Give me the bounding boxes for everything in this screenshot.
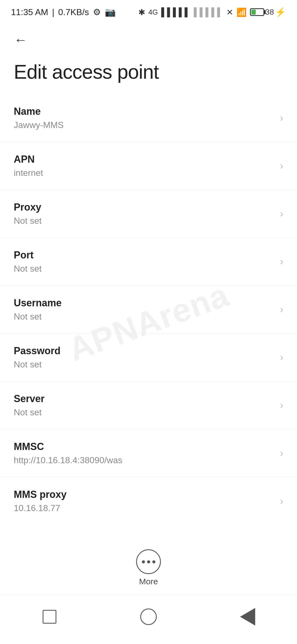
settings-item-name-content: Name Jawwy-MMS: [14, 106, 64, 130]
settings-item-username[interactable]: Username Not set ›: [0, 286, 297, 334]
charging-icon: ⚡: [275, 7, 286, 17]
chevron-icon-proxy: ›: [280, 208, 283, 220]
page-title: Edit access point: [0, 55, 297, 94]
settings-item-server-content: Server Not set: [14, 393, 45, 417]
home-icon: [140, 608, 157, 625]
toolbar: ←: [0, 22, 297, 55]
back-icon: [240, 608, 255, 626]
battery-percent: 38: [265, 8, 274, 17]
battery-fill: [251, 10, 256, 15]
settings-item-apn[interactable]: APN internet ›: [0, 142, 297, 190]
more-label: More: [139, 577, 158, 586]
settings-label-mms-proxy: MMS proxy: [14, 489, 67, 500]
bluetooth-icon: ✱: [138, 7, 145, 17]
settings-label-name: Name: [14, 106, 64, 117]
settings-item-apn-content: APN internet: [14, 154, 43, 178]
chevron-icon-password: ›: [280, 352, 283, 363]
network-speed: 0.7KB/s: [58, 7, 89, 17]
settings-item-mms-proxy[interactable]: MMS proxy 10.16.18.77 ›: [0, 477, 297, 525]
settings-value-apn: internet: [14, 168, 43, 178]
settings-label-password: Password: [14, 345, 61, 357]
settings-value-name: Jawwy-MMS: [14, 120, 64, 130]
signal-bars-icon: ▌▌▌▌▌: [161, 7, 190, 17]
more-button[interactable]: More: [136, 549, 161, 586]
back-button[interactable]: ←: [11, 30, 30, 50]
settings-value-port: Not set: [14, 264, 42, 274]
status-bar: 11:35 AM | 0.7KB/s ⚙ 📷 ✱ 4G ▌▌▌▌▌ ▌▌▌▌▌ …: [0, 0, 297, 22]
settings-item-name[interactable]: Name Jawwy-MMS ›: [0, 94, 297, 142]
chevron-icon-name: ›: [280, 112, 283, 124]
settings-item-username-content: Username Not set: [14, 297, 62, 322]
chevron-icon-apn: ›: [280, 160, 283, 172]
settings-item-port-content: Port Not set: [14, 249, 42, 274]
battery-icon: [250, 8, 264, 16]
chevron-icon-mmsc: ›: [280, 447, 283, 459]
more-circle-icon: [136, 549, 161, 574]
signal-4g-icon: 4G: [148, 8, 158, 17]
settings-item-password[interactable]: Password Not set ›: [0, 334, 297, 381]
settings-value-proxy: Not set: [14, 216, 42, 226]
recents-icon: [43, 610, 56, 624]
separator: |: [52, 7, 54, 17]
battery-indicator: 38 ⚡: [250, 7, 286, 17]
chevron-icon-server: ›: [280, 400, 283, 411]
chevron-icon-username: ›: [280, 304, 283, 315]
settings-icon: ⚙: [93, 7, 101, 17]
status-right: ✱ 4G ▌▌▌▌▌ ▌▌▌▌▌ ✕ 📶 38 ⚡: [138, 7, 286, 17]
time-text: 11:35 AM: [11, 7, 48, 17]
settings-value-mmsc: http://10.16.18.4:38090/was: [14, 455, 122, 465]
navigation-bar: [0, 594, 297, 644]
settings-label-port: Port: [14, 249, 42, 261]
settings-item-password-content: Password Not set: [14, 345, 61, 370]
settings-item-mms-proxy-content: MMS proxy 10.16.18.77: [14, 489, 67, 513]
back-arrow-icon: ←: [14, 33, 27, 47]
more-dot-2: [147, 560, 150, 563]
settings-item-server[interactable]: Server Not set ›: [0, 381, 297, 429]
more-dot-1: [142, 560, 145, 563]
chevron-icon-port: ›: [280, 256, 283, 268]
settings-label-apn: APN: [14, 154, 43, 165]
settings-item-port[interactable]: Port Not set ›: [0, 238, 297, 286]
camera-icon: 📷: [105, 7, 116, 17]
settings-value-username: Not set: [14, 312, 62, 322]
nav-recents-button[interactable]: [37, 604, 62, 629]
settings-label-proxy: Proxy: [14, 201, 42, 213]
wifi-icon: 📶: [237, 7, 247, 17]
settings-item-proxy-content: Proxy Not set: [14, 201, 42, 226]
settings-value-mms-proxy: 10.16.18.77: [14, 503, 67, 513]
settings-label-mmsc: MMSC: [14, 441, 122, 452]
no-signal-icon: ✕: [226, 7, 233, 17]
more-dots-icon: [142, 560, 155, 563]
settings-list: Name Jawwy-MMS › APN internet › Proxy No…: [0, 94, 297, 525]
settings-value-password: Not set: [14, 359, 61, 370]
nav-home-button[interactable]: [136, 604, 161, 629]
nav-back-button[interactable]: [235, 604, 260, 629]
settings-value-server: Not set: [14, 407, 45, 417]
settings-item-proxy[interactable]: Proxy Not set ›: [0, 190, 297, 238]
chevron-icon-mms-proxy: ›: [280, 495, 283, 507]
signal-bars-2-icon: ▌▌▌▌▌: [194, 7, 223, 17]
settings-item-mmsc[interactable]: MMSC http://10.16.18.4:38090/was ›: [0, 429, 297, 477]
status-left: 11:35 AM | 0.7KB/s ⚙ 📷: [11, 7, 116, 17]
more-dot-3: [152, 560, 155, 563]
settings-item-mmsc-content: MMSC http://10.16.18.4:38090/was: [14, 441, 122, 465]
settings-label-username: Username: [14, 297, 62, 309]
settings-label-server: Server: [14, 393, 45, 405]
